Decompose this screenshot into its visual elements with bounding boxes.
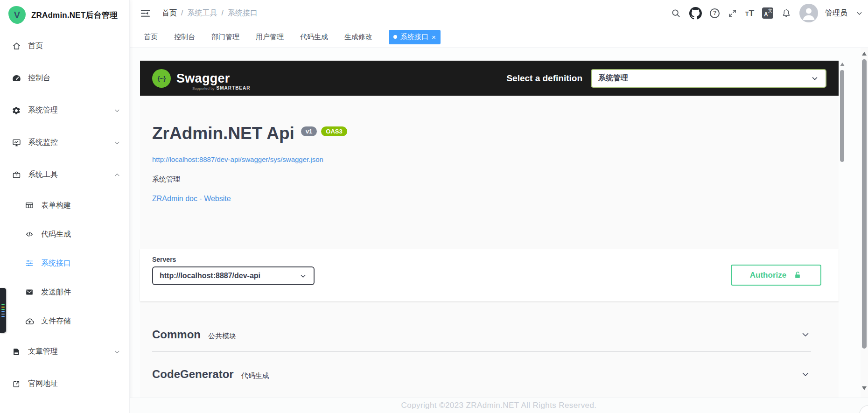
scroll-down-arrow[interactable]	[862, 386, 867, 390]
sidebar-item-system-api[interactable]: 系统接口	[0, 249, 129, 278]
sidebar-item-article-admin[interactable]: 文章管理	[0, 336, 129, 368]
app-logo-letter: V	[14, 10, 20, 21]
sidebar-item-label: 首页	[28, 41, 43, 51]
floating-widget[interactable]	[0, 288, 6, 333]
breadcrumb-section[interactable]: 系统工具	[187, 8, 217, 18]
language-icon[interactable]: A 文	[762, 7, 773, 19]
sidebar-item-system-monitor[interactable]: 系统监控	[0, 126, 129, 159]
chevron-down-icon	[299, 272, 307, 280]
section-description: 代码生成	[241, 371, 269, 380]
scrollbar-thumb[interactable]	[862, 59, 867, 349]
copyright-text: Copyright ©2023 ZRAdmin.NET All Rights R…	[401, 401, 597, 410]
username[interactable]: 管理员	[825, 8, 847, 18]
sidebar: V ZRAdmin.NET后台管理 首页 控制台 系统管	[0, 0, 130, 413]
oas3-badge: OAS3	[321, 126, 347, 136]
tab-user-admin[interactable]: 用户管理	[256, 33, 284, 42]
tab-home[interactable]: 首页	[144, 33, 158, 42]
chevron-down-icon	[811, 74, 819, 83]
definition-select[interactable]: 系统管理	[591, 69, 826, 88]
section-common[interactable]: Common 公共模块	[152, 317, 811, 352]
chevron-down-icon[interactable]	[800, 329, 811, 340]
bell-icon[interactable]	[781, 8, 791, 18]
chevron-down-icon	[113, 139, 121, 147]
scrollbar-thumb[interactable]	[840, 70, 844, 162]
sidebar-item-file-storage[interactable]: 文件存储	[0, 307, 129, 336]
sidebar-item-label: 系统监控	[28, 138, 58, 147]
sidebar-item-system-admin[interactable]: 系统管理	[0, 94, 129, 126]
tab-console[interactable]: 控制台	[174, 33, 195, 42]
doc-website-link[interactable]: ZRAdmin doc - Website	[152, 195, 231, 203]
sidebar-item-label: 控制台	[28, 73, 50, 83]
sliders-icon	[24, 258, 35, 268]
section-name: Common	[152, 328, 201, 341]
search-icon[interactable]	[671, 8, 681, 19]
help-icon[interactable]: ?	[710, 8, 720, 18]
sidebar-item-code-generator[interactable]: 代码生成	[0, 220, 129, 249]
close-icon[interactable]: ×	[432, 34, 436, 41]
swagger-topbar: {···} Swagger Supported by SMARTBEAR Sel…	[140, 61, 839, 96]
sidebar-item-label: 官网地址	[28, 379, 58, 389]
code-icon	[24, 229, 35, 239]
server-select[interactable]: http://localhost:8887/dev-api	[152, 266, 315, 285]
form-builder-icon	[24, 200, 35, 210]
language-a-glyph: A	[764, 11, 768, 18]
question-glyph: ?	[713, 10, 716, 16]
tab-gen-edit[interactable]: 生成修改	[344, 33, 372, 42]
tab-system-api-active[interactable]: 系统接口 ×	[389, 30, 441, 44]
api-title-row: ZrAdmin.NET Api v1 OAS3	[152, 123, 347, 144]
fullscreen-icon[interactable]	[728, 8, 737, 18]
scroll-up-arrow[interactable]	[840, 63, 845, 66]
sidebar-item-send-mail[interactable]: 发送邮件	[0, 278, 129, 307]
authorize-button[interactable]: Authorize	[731, 265, 821, 286]
footer: Copyright ©2023 ZRAdmin.NET All Rights R…	[130, 398, 868, 413]
font-size-icon[interactable]: TT	[745, 8, 754, 18]
chevron-down-icon[interactable]	[800, 369, 811, 380]
external-link-icon	[11, 379, 21, 389]
sidebar-item-system-tools[interactable]: 系统工具	[0, 159, 129, 191]
app-title: ZRAdmin.NET后台管理	[31, 10, 118, 21]
definition-selector-group: Select a definition 系统管理	[506, 69, 826, 88]
definition-select-value: 系统管理	[598, 73, 628, 83]
swagger-wordmark: Swagger	[176, 72, 230, 85]
github-icon[interactable]	[689, 7, 702, 20]
breadcrumb-page[interactable]: 系统接口	[228, 8, 258, 18]
section-name: CodeGenerator	[152, 368, 234, 381]
avatar[interactable]	[799, 4, 818, 22]
sidebar-item-label: 文件存储	[41, 316, 71, 326]
app-logo-row[interactable]: V ZRAdmin.NET后台管理	[0, 0, 129, 30]
servers-label: Servers	[152, 256, 176, 263]
home-icon	[11, 41, 21, 51]
sidebar-item-home[interactable]: 首页	[0, 30, 129, 62]
sidebar-item-label: 文章管理	[28, 347, 58, 357]
gear-icon	[11, 105, 21, 116]
sidebar-item-official-site[interactable]: 官网地址	[0, 368, 129, 400]
scroll-up-arrow[interactable]	[862, 52, 867, 56]
spec-url-link[interactable]: http://localhost:8887/dev-api/swagger/sy…	[152, 155, 323, 163]
dashboard-icon	[11, 73, 21, 84]
content-scrollbar[interactable]	[840, 62, 845, 398]
swagger-brand: Swagger Supported by SMARTBEAR	[176, 72, 230, 85]
chevron-down-icon	[113, 348, 121, 356]
tab-code-gen[interactable]: 代码生成	[300, 33, 328, 42]
sidebar-item-label: 系统工具	[28, 170, 58, 180]
tab-dept-admin[interactable]: 部门管理	[211, 33, 239, 42]
language-wen-glyph: 文	[768, 8, 772, 14]
font-size-big-glyph: T	[749, 8, 754, 18]
sidebar-collapse-icon[interactable]	[140, 8, 151, 19]
section-codegenerator[interactable]: CodeGenerator 代码生成	[152, 352, 811, 397]
active-tab-dot	[393, 35, 397, 39]
breadcrumb: 首页 / 系统工具 / 系统接口	[162, 8, 258, 18]
sidebar-item-label: 系统管理	[28, 105, 58, 115]
page-scrollbar[interactable]	[861, 48, 868, 398]
swagger-body: ZrAdmin.NET Api v1 OAS3 http://localhost…	[140, 96, 839, 398]
breadcrumb-home[interactable]: 首页	[162, 8, 177, 18]
section-description: 公共模块	[208, 332, 236, 341]
app-root: V ZRAdmin.NET后台管理 首页 控制台 系统管	[0, 0, 868, 413]
user-menu-chevron-icon[interactable]	[855, 9, 863, 17]
sidebar-item-form-builder[interactable]: 表单构建	[0, 191, 129, 220]
sidebar-item-console[interactable]: 控制台	[0, 62, 129, 94]
briefcase-icon	[11, 170, 21, 180]
supported-by-text: Supported by	[192, 86, 215, 91]
top-header: 首页 / 系统工具 / 系统接口 ? TT A 文	[130, 0, 868, 26]
sidebar-item-label: 系统接口	[41, 259, 71, 268]
